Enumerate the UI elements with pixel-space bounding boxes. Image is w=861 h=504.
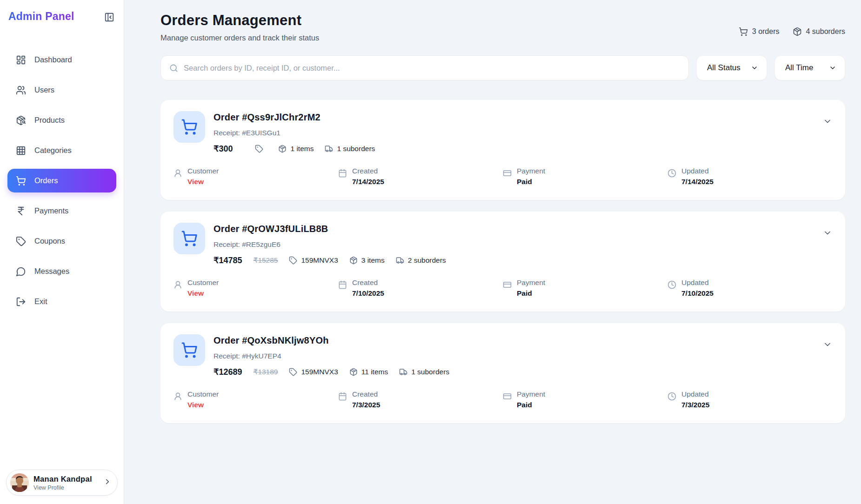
chevron-down-icon <box>823 228 832 238</box>
search-input[interactable] <box>184 64 680 73</box>
chevron-down-icon <box>829 64 836 72</box>
expand-order-button[interactable] <box>823 340 832 351</box>
order-title: Order #Qss9rJlChr2rM2 <box>214 112 814 123</box>
payment-cell-text: Payment Paid <box>517 279 545 298</box>
sidebar-item-users[interactable]: Users <box>7 78 116 102</box>
calendar-icon <box>338 392 347 401</box>
cart-icon <box>739 27 748 36</box>
order-title: Order #QrOWJ3fULiLB8B <box>214 224 814 234</box>
main-content: Orders Management Manage customer orders… <box>124 0 861 504</box>
user-icon <box>174 169 182 178</box>
view-customer-link[interactable]: View <box>187 178 219 186</box>
customer-cell: Customer View <box>174 390 338 409</box>
truck-icon <box>325 145 333 153</box>
profile-card[interactable]: Manan Kandpal View Profile <box>6 470 118 496</box>
updated-cell: Updated 7/10/2025 <box>667 279 832 298</box>
order-card-header: Order #QrOWJ3fULiLB8B Receipt: #RE5zguE6… <box>174 223 832 265</box>
time-filter-select[interactable]: All Time <box>774 55 845 80</box>
logout-icon <box>16 297 26 307</box>
payment-cell: Payment Paid <box>503 167 667 186</box>
payment-cell: Payment Paid <box>503 390 667 409</box>
package-icon <box>278 145 287 153</box>
customer-cell-text: Customer View <box>187 279 219 298</box>
cart-icon <box>181 230 198 247</box>
credit-card-icon <box>503 280 512 289</box>
tag-icon <box>16 236 26 246</box>
items-count: 3 items <box>361 256 385 265</box>
sidebar-item-dashboard[interactable]: Dashboard <box>7 48 116 72</box>
chevron-down-icon <box>751 64 758 72</box>
clock-icon <box>667 392 676 401</box>
search-icon <box>169 64 178 73</box>
sidebar-item-exit[interactable]: Exit <box>7 290 116 313</box>
cart-icon <box>181 342 198 358</box>
page-title: Orders Management <box>160 12 319 29</box>
customer-label: Customer <box>187 390 219 398</box>
created-cell: Created 7/3/2025 <box>338 390 503 409</box>
coupon-group: 159MNVX3 <box>289 256 338 265</box>
order-card: Order #QoXsbNKljw8YOh Receipt: #HykU7EP4… <box>160 323 845 423</box>
order-card-footer: Customer View Created 7/14/2025 <box>174 167 832 186</box>
suborders-group: 2 suborders <box>396 256 446 265</box>
chevron-right-icon <box>103 477 112 488</box>
dashboard-icon <box>16 55 26 65</box>
customer-cell-text: Customer View <box>187 167 219 186</box>
sidebar-item-messages[interactable]: Messages <box>7 259 116 283</box>
created-date: 7/3/2025 <box>352 401 380 409</box>
order-price: ₹300 <box>214 144 233 154</box>
package-icon <box>349 256 358 265</box>
filter-row: All Status All Time <box>160 55 845 80</box>
payment-label: Payment <box>517 167 545 175</box>
order-receipt: Receipt: #RE5zguE6 <box>214 240 814 249</box>
payment-label: Payment <box>517 390 545 398</box>
payment-label: Payment <box>517 279 545 287</box>
panel-left-close-icon <box>104 12 114 22</box>
payment-cell: Payment Paid <box>503 279 667 298</box>
status-filter-select[interactable]: All Status <box>696 55 767 80</box>
payment-status: Paid <box>517 178 545 186</box>
order-card-body: Order #QrOWJ3fULiLB8B Receipt: #RE5zguE6… <box>214 223 814 265</box>
coupon-code: 159MNVX3 <box>301 256 338 265</box>
customer-label: Customer <box>187 279 219 287</box>
updated-label: Updated <box>681 167 714 175</box>
sidebar-item-orders[interactable]: Orders <box>7 169 116 192</box>
sidebar-item-categories[interactable]: Categories <box>7 139 116 162</box>
suborders-group: 1 suborders <box>399 368 449 376</box>
order-meta: ₹12689 ₹13189 159MNVX3 11 items <box>214 367 814 377</box>
truck-icon <box>399 368 407 376</box>
sidebar-nav: Dashboard Users Products Categories Orde… <box>7 48 116 313</box>
sidebar-item-label: Products <box>34 116 65 125</box>
expand-order-button[interactable] <box>823 228 832 239</box>
created-cell-text: Created 7/3/2025 <box>352 390 380 409</box>
chevron-down-icon <box>823 117 832 126</box>
tag-icon <box>289 256 297 265</box>
package-icon <box>349 368 358 376</box>
order-receipt: Receipt: #E3UISGu1 <box>214 129 814 137</box>
order-meta: ₹14785 ₹15285 159MNVX3 3 items <box>214 255 814 265</box>
tag-icon <box>289 368 297 376</box>
order-old-price: ₹15285 <box>254 256 278 265</box>
sidebar-header: Admin Panel <box>7 10 116 25</box>
expand-order-button[interactable] <box>823 117 832 127</box>
page-title-block: Orders Management Manage customer orders… <box>160 12 319 42</box>
cart-badge <box>174 111 205 143</box>
sidebar-item-payments[interactable]: Payments <box>7 199 116 223</box>
customer-cell-text: Customer View <box>187 390 219 409</box>
created-date: 7/10/2025 <box>352 289 384 298</box>
order-receipt: Receipt: #HykU7EP4 <box>214 352 814 360</box>
order-card-header: Order #Qss9rJlChr2rM2 Receipt: #E3UISGu1… <box>174 111 832 154</box>
view-customer-link[interactable]: View <box>187 289 219 298</box>
sidebar-item-coupons[interactable]: Coupons <box>7 229 116 253</box>
suborders-count: 1 suborders <box>411 368 449 376</box>
profile-view-link[interactable]: View Profile <box>33 484 99 491</box>
order-card-body: Order #QoXsbNKljw8YOh Receipt: #HykU7EP4… <box>214 334 814 377</box>
package-search-icon <box>16 115 26 126</box>
view-customer-link[interactable]: View <box>187 401 219 409</box>
cart-badge <box>174 334 205 366</box>
sidebar-item-products[interactable]: Products <box>7 108 116 132</box>
updated-date: 7/10/2025 <box>681 289 714 298</box>
created-cell-text: Created 7/14/2025 <box>352 167 384 186</box>
order-meta: ₹300 1 items <box>214 144 814 154</box>
sidebar-collapse-button[interactable] <box>103 11 115 25</box>
order-card-footer: Customer View Created 7/10/2025 <box>174 279 832 298</box>
